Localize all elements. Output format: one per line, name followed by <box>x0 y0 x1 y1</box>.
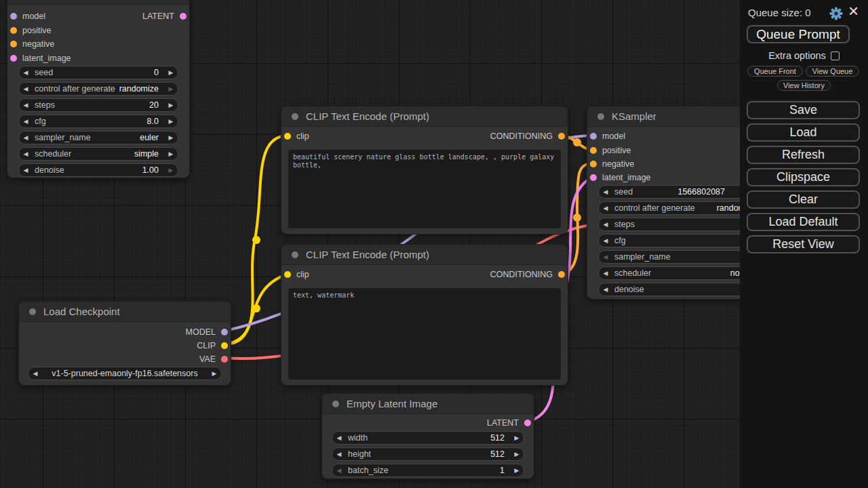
input-negative: negative <box>10 37 54 51</box>
node-canvas[interactable]: KSampler model positive negative latent_… <box>0 0 868 488</box>
latent-port-icon[interactable] <box>180 13 186 20</box>
widget-cfg[interactable]: cfg 8.0 <box>18 115 178 128</box>
input-model: model <box>590 129 625 143</box>
decrement-arrow-icon[interactable] <box>332 448 346 460</box>
collapse-dot-icon[interactable] <box>597 113 604 120</box>
clear-button[interactable]: Clear <box>747 190 860 209</box>
widget-height[interactable]: height 512 <box>332 447 524 461</box>
save-button[interactable]: Save <box>747 101 860 119</box>
decrement-arrow-icon[interactable] <box>599 186 612 198</box>
link-dot <box>573 138 581 146</box>
widget-scheduler[interactable]: scheduler simple <box>18 147 178 161</box>
collapse-dot-icon[interactable] <box>292 113 298 120</box>
output-model: MODEL <box>186 325 228 339</box>
increment-arrow-icon[interactable] <box>164 148 178 160</box>
decrement-arrow-icon[interactable] <box>19 148 33 160</box>
clip-port-icon[interactable] <box>284 133 291 140</box>
queue-front-button[interactable]: Queue Front <box>747 66 803 77</box>
clipspace-button[interactable]: Clipspace <box>747 168 860 186</box>
widget-ckpt-name[interactable]: v1-5-pruned-emaonly-fp16.safetensors <box>28 367 222 380</box>
prompt-textarea[interactable]: text, watermark <box>288 288 561 380</box>
extra-options-checkbox[interactable] <box>831 52 840 60</box>
settings-gear-icon[interactable] <box>829 7 843 20</box>
input-positive: positive <box>10 24 51 37</box>
conditioning-port-icon[interactable] <box>10 41 17 47</box>
latent-port-icon[interactable] <box>524 420 531 426</box>
widget-batch-size[interactable]: batch_size 1 <box>332 464 524 477</box>
widget-steps[interactable]: steps 20 <box>18 98 178 112</box>
load-default-button[interactable]: Load Default <box>747 213 860 231</box>
decrement-arrow-icon[interactable] <box>19 66 33 79</box>
latent-port-icon[interactable] <box>590 174 597 181</box>
node-empty-latent-image[interactable]: Empty Latent Image LATENT width 512 heig… <box>321 393 534 479</box>
increment-arrow-icon[interactable] <box>510 448 524 460</box>
model-port-icon[interactable] <box>590 133 597 140</box>
increment-arrow-icon[interactable] <box>208 367 221 380</box>
decrement-arrow-icon[interactable] <box>599 202 612 214</box>
collapse-dot-icon[interactable] <box>292 251 298 258</box>
conditioning-port-icon[interactable] <box>590 161 597 167</box>
input-latent-image: latent_image <box>590 171 651 184</box>
input-model: model <box>10 9 45 23</box>
widget-denoise[interactable]: denoise 1.00 <box>18 163 178 177</box>
increment-arrow-icon[interactable] <box>510 464 524 476</box>
model-port-icon[interactable] <box>10 13 17 20</box>
widget-sampler-name[interactable]: sampler_name euler <box>18 131 178 144</box>
increment-arrow-icon[interactable] <box>510 432 524 444</box>
decrement-arrow-icon[interactable] <box>19 99 33 111</box>
view-queue-button[interactable]: View Queue <box>806 66 859 77</box>
queue-prompt-button[interactable]: Queue Prompt <box>747 25 850 43</box>
close-icon[interactable]: × <box>848 1 859 21</box>
view-history-button[interactable]: View History <box>777 80 831 91</box>
increment-arrow-icon[interactable] <box>164 131 178 144</box>
increment-arrow-icon[interactable] <box>164 164 178 176</box>
node-load-checkpoint[interactable]: Load Checkpoint MODEL CLIP VAE v1-5-prun… <box>18 301 231 386</box>
decrement-arrow-icon[interactable] <box>332 464 346 476</box>
extra-options-label: Extra options <box>768 50 826 61</box>
widget-control-after-generate[interactable]: control after generate randomize <box>18 82 178 96</box>
decrement-arrow-icon[interactable] <box>599 218 612 230</box>
decrement-arrow-icon[interactable] <box>19 115 33 127</box>
vae-port-icon[interactable] <box>221 356 228 363</box>
clip-port-icon[interactable] <box>284 271 291 278</box>
decrement-arrow-icon[interactable] <box>28 367 42 380</box>
collapse-dot-icon[interactable] <box>332 401 339 407</box>
decrement-arrow-icon[interactable] <box>599 283 612 296</box>
decrement-arrow-icon[interactable] <box>599 267 612 279</box>
increment-arrow-icon[interactable] <box>164 66 178 79</box>
prompt-textarea[interactable]: beautiful scenery nature glass bottle la… <box>288 150 561 228</box>
node-clip-text-encode-negative[interactable]: CLIP Text Encode (Prompt) clip CONDITION… <box>281 244 568 386</box>
decrement-arrow-icon[interactable] <box>599 251 612 263</box>
node-ksampler-left[interactable]: KSampler model positive negative latent_… <box>7 0 190 178</box>
conditioning-port-icon[interactable] <box>558 271 565 278</box>
node-title: Load Checkpoint <box>43 306 120 317</box>
model-port-icon[interactable] <box>221 329 228 336</box>
node-clip-text-encode-positive[interactable]: CLIP Text Encode (Prompt) clip CONDITION… <box>281 106 568 235</box>
output-conditioning: CONDITIONING <box>490 129 565 143</box>
link-dot <box>252 236 260 244</box>
increment-arrow-icon[interactable] <box>164 115 178 127</box>
decrement-arrow-icon[interactable] <box>19 164 33 176</box>
output-clip: CLIP <box>197 339 228 352</box>
input-clip: clip <box>284 268 309 281</box>
clip-port-icon[interactable] <box>221 342 228 349</box>
node-title: Empty Latent Image <box>347 398 437 409</box>
decrement-arrow-icon[interactable] <box>19 131 33 144</box>
conditioning-port-icon[interactable] <box>10 27 17 34</box>
load-button[interactable]: Load <box>747 123 860 142</box>
conditioning-port-icon[interactable] <box>558 133 565 140</box>
increment-arrow-icon[interactable] <box>164 99 178 111</box>
output-vae: VAE <box>199 352 228 366</box>
decrement-arrow-icon[interactable] <box>19 83 33 95</box>
increment-arrow-icon[interactable] <box>164 83 178 95</box>
refresh-button[interactable]: Refresh <box>747 146 860 164</box>
latent-port-icon[interactable] <box>10 55 17 62</box>
widget-width[interactable]: width 512 <box>332 431 524 445</box>
widget-seed[interactable]: seed 0 <box>18 66 178 79</box>
conditioning-port-icon[interactable] <box>590 147 597 154</box>
output-latent: LATENT <box>142 9 186 23</box>
reset-view-button[interactable]: Reset View <box>747 235 860 253</box>
collapse-dot-icon[interactable] <box>29 308 36 315</box>
decrement-arrow-icon[interactable] <box>332 432 346 444</box>
decrement-arrow-icon[interactable] <box>599 235 612 247</box>
